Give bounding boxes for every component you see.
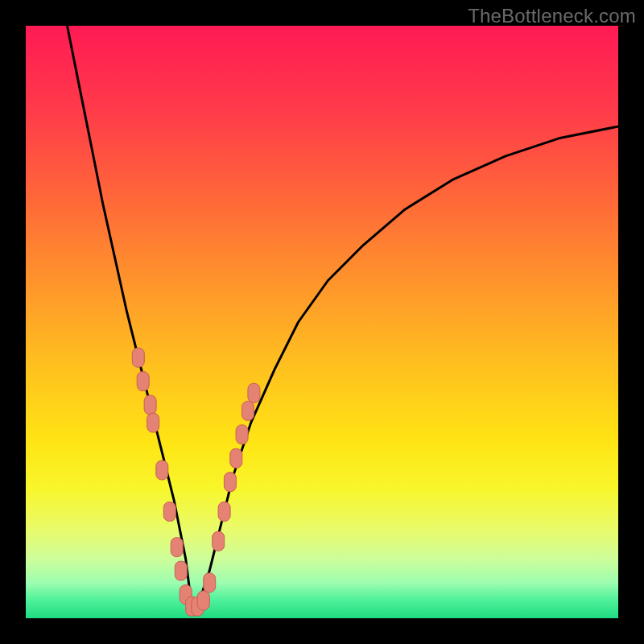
bottleneck-curve (68, 26, 619, 606)
curve-marker (144, 395, 156, 415)
curve-marker (197, 591, 209, 610)
watermark-text: TheBottleneck.com (468, 5, 636, 27)
curve-marker (175, 561, 187, 580)
chart-svg (26, 26, 618, 618)
curve-marker (248, 383, 260, 402)
curve-marker (156, 460, 168, 480)
curve-marker (218, 502, 230, 522)
curve-marker (224, 473, 236, 492)
curve-marker (163, 502, 175, 522)
curve-marker (213, 531, 225, 551)
curve-marker (137, 372, 149, 391)
curve-marker (132, 348, 144, 367)
curve-marker (230, 448, 242, 468)
curve-marker (204, 573, 216, 592)
plot-area (26, 26, 618, 618)
curve-marker (242, 401, 254, 420)
curve-marker (236, 425, 248, 444)
outer-frame: TheBottleneck.com (0, 0, 644, 644)
curve-marker (171, 538, 183, 557)
curve-marker (147, 413, 159, 432)
